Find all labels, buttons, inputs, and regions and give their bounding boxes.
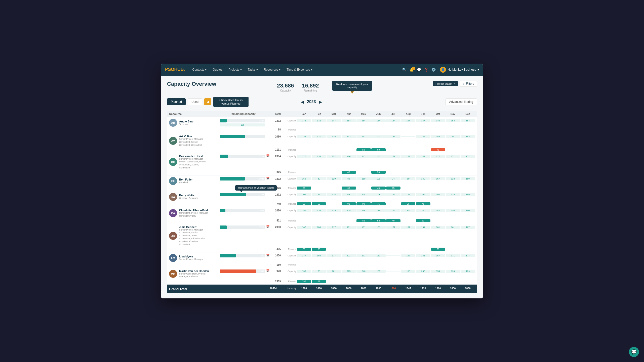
table-row: JB Julie Bennett Senior Project Manager,… <box>167 224 477 252</box>
calendar-icon[interactable]: 📅 <box>266 254 270 257</box>
calendar-icon[interactable]: 📅 <box>266 177 270 180</box>
plan-month-0: 50 <box>297 202 311 205</box>
cap-month-10: 134 <box>446 193 460 196</box>
cap-month-11: 177 <box>461 254 475 257</box>
bar-number: 1714 <box>259 226 264 229</box>
user-menu[interactable]: 👤 No Monkey Business ▾ <box>437 67 479 73</box>
capacity-bar-wrap: 1804 <box>220 119 265 122</box>
nav-resources[interactable]: Resources ▾ <box>261 64 283 76</box>
planned-label: Planned <box>281 128 296 131</box>
grand-total-num: 19584 <box>266 287 281 291</box>
used-toggle[interactable]: Used <box>188 98 202 105</box>
gt-month-3: 1800 <box>342 287 356 291</box>
avatar: MH <box>169 270 177 278</box>
cap-month-9: 188 <box>431 135 445 138</box>
filter-icon: ≡ <box>463 82 464 85</box>
plan-month-5: 45 <box>371 187 386 190</box>
capacity-bar <box>220 225 227 229</box>
page-title: Capacity Overview <box>167 81 216 87</box>
nav-projects[interactable]: Projects ▾ <box>226 64 244 76</box>
planned-row: 150 Planned <box>167 263 477 268</box>
nav-quotes[interactable]: Quotes <box>210 64 225 76</box>
absence-tooltip-container: Your Absence or Vacation is here <box>232 185 277 191</box>
prev-year[interactable]: ◀ <box>301 100 304 104</box>
calendar-icon[interactable]: 📅 <box>266 154 270 158</box>
cap-month-9: 157 <box>431 254 445 257</box>
advanced-filter-button[interactable]: Advanced filtering <box>446 98 477 105</box>
cap-month-6: 74 <box>386 177 400 180</box>
prev-arrow[interactable]: ◀ <box>204 98 211 105</box>
avatar: BH <box>169 158 177 166</box>
capacity-bar <box>220 269 256 273</box>
capacity-bar-wrap: 1714 <box>220 225 265 229</box>
filters-button[interactable]: ≡ Filters <box>460 81 477 87</box>
cap-month-3: 225 <box>342 270 356 273</box>
cap-month-3: 161 <box>342 226 356 229</box>
capacity-total: 2080 <box>266 135 281 138</box>
capacity-bar <box>220 177 245 180</box>
th-mar: Mar <box>327 113 341 115</box>
planned-total: 1191 <box>266 148 281 151</box>
plan-month-8: 45 <box>416 202 430 205</box>
plan-month-1: 82 <box>312 280 326 283</box>
plan-month-5: 75 <box>371 202 386 205</box>
th-feb: Feb <box>312 113 326 115</box>
cap-month-4: 154 <box>356 119 371 122</box>
planned-toggle[interactable]: Planned <box>167 98 186 105</box>
planned-row: 826 Planned 55 65 45 85 <box>167 186 477 191</box>
capacity-label: Capacity <box>281 226 296 229</box>
avatar: BW <box>169 193 177 201</box>
cap-month-0: 138 <box>297 135 311 138</box>
capacity-row: AB Angie Bean Tekenaar 1804 1872 Capacit… <box>167 117 477 127</box>
cap-month-8: 88 <box>416 209 430 212</box>
nav-tasks[interactable]: Tasks ▾ <box>245 64 260 76</box>
person-name: Martin van der Hoeden <box>179 269 209 273</box>
bar-number: 1046 <box>259 177 264 180</box>
capacity-bar-wrap: -1389 <box>220 269 265 273</box>
cap-month-1: 160 <box>312 254 326 257</box>
cap-month-9: 354 <box>431 270 445 273</box>
cap-month-2: 152 <box>327 155 341 158</box>
help-icon[interactable]: ❓ <box>424 68 428 72</box>
calendar-icon[interactable]: 📅 <box>266 225 270 229</box>
person-role: Architect <box>179 181 193 184</box>
planned-label: Planned <box>281 171 296 173</box>
notification-icon[interactable]: 🔔3 <box>410 68 414 72</box>
cap-month-2: 125 <box>327 193 341 196</box>
chat-icon[interactable]: 💬 <box>417 68 421 72</box>
avatar: JB <box>169 232 177 240</box>
cap-month-0: 142 <box>297 119 311 122</box>
nav-contacts[interactable]: Contacts ▾ <box>190 64 209 76</box>
person-role: Senior Project Manager, Consultant, Seni… <box>179 229 209 246</box>
cap-month-3: 126 <box>342 155 356 158</box>
capacity-label: Capacity <box>281 155 296 158</box>
th-total: Total <box>266 113 281 115</box>
settings-icon[interactable]: ⚙️ <box>431 68 436 72</box>
calendar-icon[interactable]: 📅 <box>266 269 270 273</box>
cap-month-0: 152 <box>297 209 311 212</box>
gt-month-6: -300 <box>386 287 400 291</box>
table-row: BW Betty White Creative, Designer 1123 Y… <box>167 191 477 207</box>
filter-tag[interactable]: Project stage ✕ <box>433 81 458 86</box>
person-role: Tekenaar <box>179 123 194 126</box>
person-info: BF Ben Fuller Architect <box>169 177 219 185</box>
plan-month-7: 35 <box>401 202 415 205</box>
planned-row: 749 Planned 50 50 90 90 75 35 45 <box>167 202 477 207</box>
remove-filter[interactable]: ✕ <box>453 82 455 85</box>
cap-month-8: 157 <box>416 119 430 122</box>
check-tooltip: Check Used Hours versus Planned <box>213 97 249 107</box>
cap-month-5: 154 <box>371 119 386 122</box>
nav-time[interactable]: Time & Expenses ▾ <box>284 64 315 76</box>
cap-month-5: 102 <box>371 135 386 138</box>
cap-month-10: 171 <box>446 254 460 257</box>
logo[interactable]: PSOHUB. <box>165 67 185 72</box>
person-role: Consultant, Project Manager, Consultancy… <box>179 212 209 217</box>
capacity-row: LM Lisa Myers Senior Project Manager 850… <box>167 252 477 263</box>
table-header: Resource Remaining capacity Total Jan Fe… <box>167 111 477 117</box>
search-icon[interactable]: 🔍 <box>402 68 407 72</box>
cap-month-0: 177 <box>297 155 311 158</box>
cap-month-3: 154 <box>342 119 356 122</box>
plan-month-4: 59 <box>356 148 371 151</box>
cap-month-9: 157 <box>431 177 445 180</box>
next-year[interactable]: ▶ <box>319 100 322 104</box>
